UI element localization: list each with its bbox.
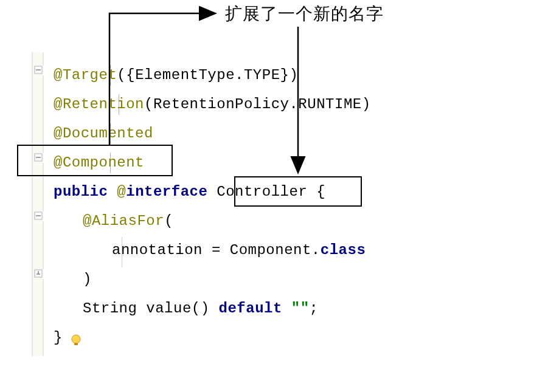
code-line: @Component [54,148,371,177]
keyword-public: public [54,184,117,200]
code-line: @Documented [54,119,371,148]
code-line: @AliasFor( [54,207,371,236]
fold-end-icon[interactable] [34,269,44,279]
annotation-label: 扩展了一个新的名字 [225,2,384,26]
code-editor[interactable]: @Target({ElementType.TYPE}) @Retention(R… [54,61,371,352]
keyword-class: class [321,242,366,258]
fold-minus-icon[interactable] [34,153,44,163]
code-line: ) [54,265,371,294]
annotation-token: @Documented [54,125,153,142]
svg-point-9 [72,335,80,343]
intention-bulb-icon[interactable] [69,334,83,347]
code-line: } [54,323,371,352]
annotation-token: @Retention [54,96,144,112]
code-line: String value() default ""; [54,294,371,323]
code-line: public @interface Controller { [54,177,371,207]
code-line: @Retention(RetentionPolicy.RUNTIME) [54,90,371,119]
annotation-token: @AliasFor [83,213,164,229]
type-name: Controller [207,184,316,200]
annotation-token: @Component [54,154,144,171]
string-literal: "" [291,300,310,317]
keyword-interface: interface [126,184,207,200]
code-line: annotation = Component.class [54,236,371,265]
code-line: @Target({ElementType.TYPE}) [54,61,371,90]
editor-gutter [32,52,44,356]
keyword-default: default [219,300,282,317]
fold-minus-icon[interactable] [34,211,44,221]
annotation-token: @Target [54,67,117,83]
fold-minus-icon[interactable] [34,66,44,75]
